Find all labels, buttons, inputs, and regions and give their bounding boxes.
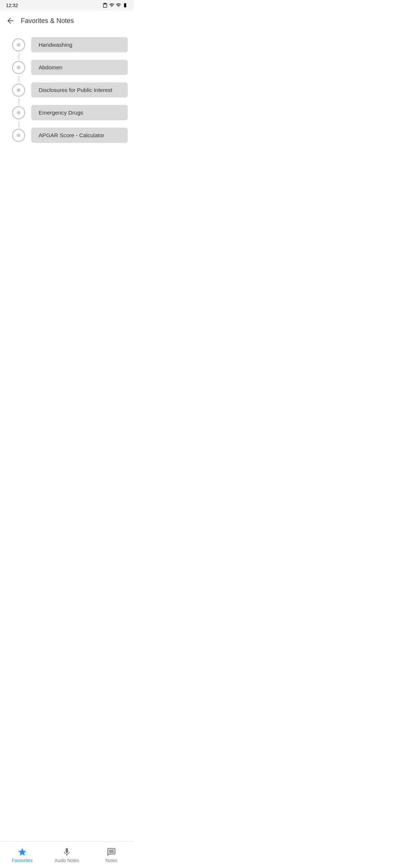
timeline-bullet: [12, 106, 25, 119]
timeline-bullet-inner: [17, 88, 20, 92]
main-content: HandwashingAbdomenDisclosures for Public…: [0, 31, 134, 180]
timeline-bullet: [12, 129, 25, 142]
timeline-bullet-inner: [17, 43, 20, 47]
timeline-bullet: [12, 38, 25, 52]
timeline-item[interactable]: Abdomen: [12, 60, 128, 75]
timeline-item[interactable]: APGAR Score - Calculator: [12, 128, 128, 143]
timeline-bullet-inner: [17, 66, 20, 69]
timeline-label[interactable]: Disclosures for Public Interest: [31, 82, 128, 98]
back-arrow-icon: [6, 16, 15, 25]
timeline-bullet-inner: [17, 134, 20, 137]
timeline-label[interactable]: Abdomen: [31, 60, 128, 75]
timeline-item[interactable]: Handwashing: [12, 37, 128, 52]
back-button[interactable]: [3, 13, 18, 28]
timeline-bullet-inner: [17, 111, 20, 115]
status-time: 12:32: [6, 3, 18, 8]
clipboard-icon: [102, 3, 108, 8]
timeline-label[interactable]: APGAR Score - Calculator: [31, 128, 128, 143]
wifi-icon: [109, 3, 114, 8]
timeline-list: HandwashingAbdomenDisclosures for Public…: [6, 37, 128, 150]
page-title: Favorites & Notes: [21, 17, 74, 25]
status-icons: [102, 3, 128, 8]
battery-icon: [123, 3, 128, 8]
signal-icon: [116, 3, 121, 8]
timeline-item[interactable]: Emergency Drugs: [12, 105, 128, 120]
timeline-bullet: [12, 61, 25, 74]
timeline-label[interactable]: Handwashing: [31, 37, 128, 52]
status-bar: 12:32: [0, 0, 134, 10]
timeline-bullet: [12, 83, 25, 97]
timeline-label[interactable]: Emergency Drugs: [31, 105, 128, 120]
timeline-item[interactable]: Disclosures for Public Interest: [12, 82, 128, 98]
toolbar: Favorites & Notes: [0, 10, 134, 31]
